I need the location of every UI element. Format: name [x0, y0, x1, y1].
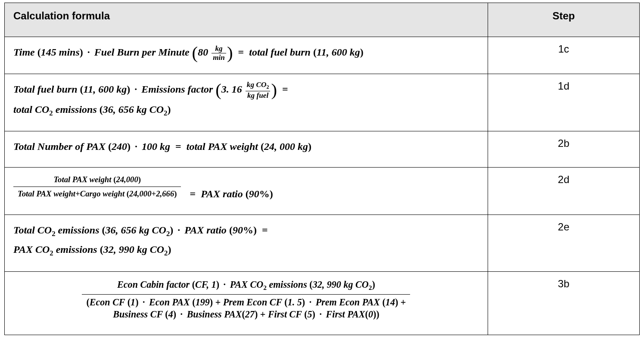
- total-fuel-burn-value: 11, 600: [84, 84, 114, 95]
- header-formula: Calculation formula: [5, 3, 488, 37]
- fuel-burn-value: 80: [198, 47, 208, 58]
- time-label: Time: [13, 47, 35, 58]
- kg-per-min-fraction: kg min: [212, 45, 226, 62]
- total-pax-weight-value: 24, 000: [264, 141, 295, 152]
- pax-ratio-unit: %: [243, 224, 253, 236]
- step-cell: 3b: [488, 272, 639, 335]
- table-row: Econ Cabin factor (CF, 1) · PAX CO2 emis…: [5, 272, 640, 335]
- formula-cell-2b: Total Number of PAX (240) · 100 kg = tot…: [5, 131, 488, 167]
- pax-ratio-value: 90: [233, 224, 243, 236]
- total-pax-weight-unit: kg: [298, 141, 308, 152]
- cabin-factor-fraction: Econ Cabin factor (CF, 1) · PAX CO2 emis…: [82, 279, 410, 321]
- total-fuel-burn-unit: kg: [350, 47, 360, 58]
- total-pax-weight-label: total PAX weight: [187, 141, 258, 152]
- step-cell: 2d: [488, 167, 639, 215]
- total-co2-value: 36, 656: [106, 224, 137, 236]
- total-fuel-burn-label: total fuel burn: [249, 47, 311, 58]
- pax-ratio-value: 90: [249, 188, 259, 199]
- total-co2-unit: kg CO2: [139, 224, 170, 236]
- pax-count-label: Total Number of PAX: [13, 141, 106, 152]
- table-row: Total PAX weight (24,000) Total PAX weig…: [5, 167, 640, 215]
- pax-ratio-fraction: Total PAX weight (24,000) Total PAX weig…: [13, 174, 181, 199]
- pax-co2-label: PAX CO2 emissions: [13, 244, 100, 255]
- total-fuel-burn-unit: kg: [116, 84, 127, 95]
- table-row: Total CO2 emissions (36, 656 kg CO2) · P…: [5, 215, 640, 271]
- table-row: Total Number of PAX (240) · 100 kg = tot…: [5, 131, 640, 167]
- formula-cell-3b: Econ Cabin factor (CF, 1) · PAX CO2 emis…: [5, 272, 488, 335]
- formula-cell-1d: Total fuel burn (11, 600 kg) · Emissions…: [5, 74, 488, 131]
- total-co2-label: total CO2 emissions: [13, 104, 100, 115]
- emissions-factor-label: Emissions factor: [141, 84, 213, 95]
- step-cell: 2b: [488, 131, 639, 167]
- kgco2-per-kgfuel-fraction: kg CO2 kg fuel: [246, 81, 271, 99]
- step-cell: 2e: [488, 215, 639, 271]
- formula-cell-2e: Total CO2 emissions (36, 656 kg CO2) · P…: [5, 215, 488, 271]
- pax-co2-value: 32, 990: [103, 244, 134, 255]
- calculation-table: Calculation formula Step Time (145 mins)…: [4, 3, 640, 335]
- emissions-factor-value: 3. 16: [221, 84, 242, 95]
- formula-cell-1c: Time (145 mins) · Fuel Burn per Minute (…: [5, 37, 488, 74]
- page: Calculation formula Step Time (145 mins)…: [0, 0, 644, 339]
- total-fuel-burn-value: 11, 600: [317, 47, 347, 58]
- step-cell: 1c: [488, 37, 639, 74]
- time-value: 145: [41, 47, 56, 58]
- pax-ratio-label: PAX ratio: [184, 224, 227, 236]
- kg-per-pax-value: 100: [142, 141, 157, 152]
- time-unit: mins: [59, 47, 80, 58]
- kg-per-pax-unit: kg: [160, 141, 170, 152]
- pax-count-value: 240: [112, 141, 127, 152]
- fuel-burn-label: Fuel Burn per Minute: [94, 47, 190, 58]
- pax-ratio-unit: %: [259, 188, 270, 199]
- pax-ratio-label: PAX ratio: [201, 188, 243, 199]
- header-row: Calculation formula Step: [5, 3, 640, 37]
- formula-cell-2d: Total PAX weight (24,000) Total PAX weig…: [5, 167, 488, 215]
- total-co2-label: Total CO2 emissions: [13, 224, 102, 236]
- pax-co2-unit: kg CO2: [137, 244, 168, 255]
- total-fuel-burn-label: Total fuel burn: [13, 84, 78, 95]
- total-co2-unit: kg CO2: [137, 104, 168, 115]
- total-co2-value: 36, 656: [103, 104, 134, 115]
- header-step: Step: [488, 3, 639, 37]
- table-row: Time (145 mins) · Fuel Burn per Minute (…: [5, 37, 640, 74]
- step-cell: 1d: [488, 74, 639, 131]
- table-row: Total fuel burn (11, 600 kg) · Emissions…: [5, 74, 640, 131]
